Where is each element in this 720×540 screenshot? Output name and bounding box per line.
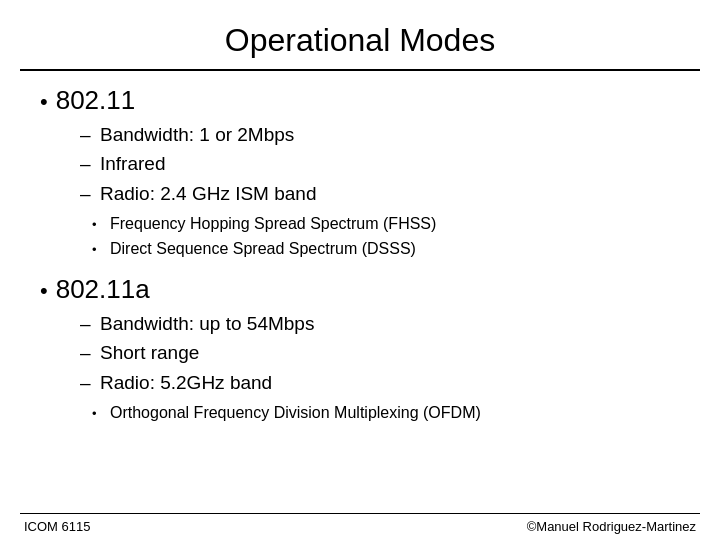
slide: Operational Modes • 802.11 – Bandwidth: … xyxy=(0,0,720,540)
nested-item-80211-0: • Frequency Hopping Spread Spectrum (FHS… xyxy=(92,212,680,237)
nested-item-80211a-0: • Orthogonal Frequency Division Multiple… xyxy=(92,401,680,426)
bullet-dot-1: • xyxy=(40,89,48,115)
sub-item-80211a-2: – Radio: 5.2GHz band xyxy=(80,368,680,397)
sub-item-80211-1: – Infrared xyxy=(80,149,680,178)
slide-content: • 802.11 – Bandwidth: 1 or 2Mbps – Infra… xyxy=(0,71,720,513)
bullet-main-80211a: • 802.11a xyxy=(40,274,680,305)
nested-list-80211: • Frequency Hopping Spread Spectrum (FHS… xyxy=(92,212,680,262)
dash-icon-5: – xyxy=(80,338,94,367)
nested-dot-icon-2: • xyxy=(92,240,104,260)
sub-item-80211-0: – Bandwidth: 1 or 2Mbps xyxy=(80,120,680,149)
sub-item-80211a-1: – Short range xyxy=(80,338,680,367)
dash-icon-4: – xyxy=(80,309,94,338)
dash-icon-3: – xyxy=(80,179,94,208)
nested-item-80211a-0-text: Orthogonal Frequency Division Multiplexi… xyxy=(110,401,481,426)
footer-left: ICOM 6115 xyxy=(24,519,90,534)
footer-right: ©Manuel Rodriguez-Martinez xyxy=(527,519,696,534)
dash-icon-6: – xyxy=(80,368,94,397)
footer: ICOM 6115 ©Manuel Rodriguez-Martinez xyxy=(0,514,720,540)
nested-item-80211-0-text: Frequency Hopping Spread Spectrum (FHSS) xyxy=(110,212,436,237)
sub-item-80211-2-text: Radio: 2.4 GHz ISM band xyxy=(100,179,317,208)
sub-item-80211-1-text: Infrared xyxy=(100,149,165,178)
section-80211a-label: 802.11a xyxy=(56,274,150,305)
nested-item-80211-1: • Direct Sequence Spread Spectrum (DSSS) xyxy=(92,237,680,262)
sub-item-80211a-0-text: Bandwidth: up to 54Mbps xyxy=(100,309,314,338)
nested-item-80211-1-text: Direct Sequence Spread Spectrum (DSSS) xyxy=(110,237,416,262)
nested-list-80211a: • Orthogonal Frequency Division Multiple… xyxy=(92,401,680,426)
sub-list-80211: – Bandwidth: 1 or 2Mbps – Infrared – Rad… xyxy=(80,120,680,208)
bullet-dot-2: • xyxy=(40,278,48,304)
sub-item-80211-2: – Radio: 2.4 GHz ISM band xyxy=(80,179,680,208)
bullet-main-80211: • 802.11 xyxy=(40,85,680,116)
sub-item-80211a-0: – Bandwidth: up to 54Mbps xyxy=(80,309,680,338)
dash-icon-1: – xyxy=(80,120,94,149)
slide-title: Operational Modes xyxy=(0,0,720,69)
dash-icon-2: – xyxy=(80,149,94,178)
sub-item-80211a-1-text: Short range xyxy=(100,338,199,367)
sub-item-80211-0-text: Bandwidth: 1 or 2Mbps xyxy=(100,120,294,149)
section-80211: • 802.11 – Bandwidth: 1 or 2Mbps – Infra… xyxy=(40,85,680,266)
sub-item-80211a-2-text: Radio: 5.2GHz band xyxy=(100,368,272,397)
nested-dot-icon-3: • xyxy=(92,404,104,424)
nested-dot-icon-1: • xyxy=(92,215,104,235)
section-80211a: • 802.11a – Bandwidth: up to 54Mbps – Sh… xyxy=(40,274,680,430)
sub-list-80211a: – Bandwidth: up to 54Mbps – Short range … xyxy=(80,309,680,397)
section-80211-label: 802.11 xyxy=(56,85,136,116)
